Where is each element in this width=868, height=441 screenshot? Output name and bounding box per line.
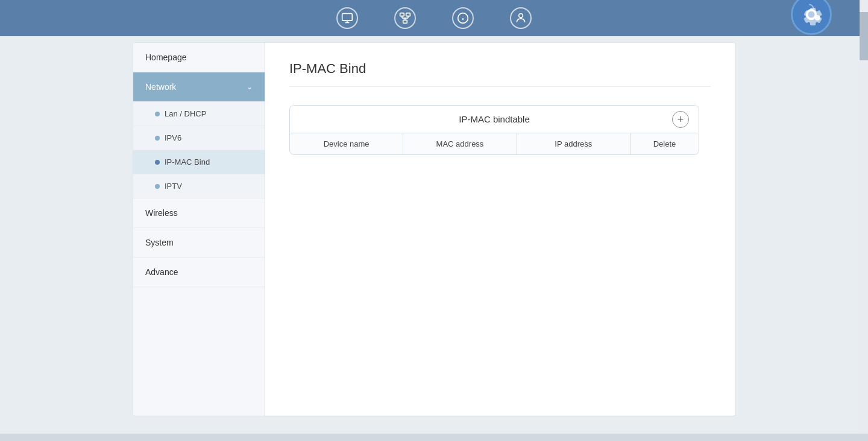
dot-indicator xyxy=(155,136,160,141)
ipv6-label: IPV6 xyxy=(165,133,181,142)
main-layout: Homepage Network ⌄ Lan / DHCP IPV6 IP-MA… xyxy=(133,42,735,416)
dot-indicator xyxy=(155,112,160,116)
system-label: System xyxy=(145,238,174,247)
dot-indicator xyxy=(155,184,160,189)
info-icon[interactable] xyxy=(452,7,474,29)
svg-rect-5 xyxy=(403,20,407,23)
advance-label: Advance xyxy=(145,267,178,277)
sidebar-item-network[interactable]: Network ⌄ xyxy=(133,72,265,102)
user-icon[interactable] xyxy=(510,7,532,29)
network-icon[interactable] xyxy=(394,7,416,29)
top-bar xyxy=(0,0,868,36)
dot-indicator-active xyxy=(155,160,160,165)
bindtable-title: IP-MAC bindtable xyxy=(459,114,530,124)
bindtable-header: IP-MAC bindtable + xyxy=(290,106,699,133)
sidebar-subitem-ipv6[interactable]: IPV6 xyxy=(133,126,265,150)
svg-point-14 xyxy=(815,15,820,21)
col-delete: Delete xyxy=(631,133,699,154)
svg-rect-0 xyxy=(342,14,353,21)
homepage-label: Homepage xyxy=(145,52,187,62)
add-bind-button[interactable]: + xyxy=(672,111,689,128)
iptv-label: IPTV xyxy=(165,182,182,191)
page-title: IP-MAC Bind xyxy=(289,61,711,87)
sidebar-subitem-iptv[interactable]: IPTV xyxy=(133,174,265,198)
sidebar-subitem-ip-mac-bind[interactable]: IP-MAC Bind xyxy=(133,150,265,174)
sidebar: Homepage Network ⌄ Lan / DHCP IPV6 IP-MA… xyxy=(133,42,265,416)
network-label: Network xyxy=(145,82,176,92)
sidebar-item-system[interactable]: System xyxy=(133,228,265,258)
col-device-name: Device name xyxy=(290,133,403,154)
bindtable-columns: Device name MAC address IP address Delet… xyxy=(290,133,699,154)
svg-rect-3 xyxy=(400,13,404,16)
ip-mac-bind-label: IP-MAC Bind xyxy=(165,157,210,167)
monitor-icon[interactable] xyxy=(336,7,358,29)
chevron-down-icon: ⌄ xyxy=(247,83,253,91)
bindtable-container: IP-MAC bindtable + Device name MAC addre… xyxy=(289,105,699,155)
wireless-label: Wireless xyxy=(145,208,178,218)
scrollbar-thumb[interactable] xyxy=(860,12,868,60)
svg-rect-4 xyxy=(406,13,410,16)
content-area: IP-MAC Bind IP-MAC bindtable + Device na… xyxy=(265,42,735,416)
sidebar-item-homepage[interactable]: Homepage xyxy=(133,43,265,72)
col-mac-address: MAC address xyxy=(403,133,517,154)
lan-dhcp-label: Lan / DHCP xyxy=(165,109,206,118)
gear-icon xyxy=(791,0,832,35)
vertical-scrollbar[interactable] xyxy=(860,0,868,434)
sidebar-subitem-lan-dhcp[interactable]: Lan / DHCP xyxy=(133,102,265,126)
svg-point-13 xyxy=(519,14,523,18)
horizontal-scrollbar[interactable] xyxy=(0,434,868,441)
top-nav-icons xyxy=(336,7,532,29)
sidebar-item-wireless[interactable]: Wireless xyxy=(133,198,265,228)
col-ip-address: IP address xyxy=(517,133,631,154)
sidebar-item-advance[interactable]: Advance xyxy=(133,258,265,287)
